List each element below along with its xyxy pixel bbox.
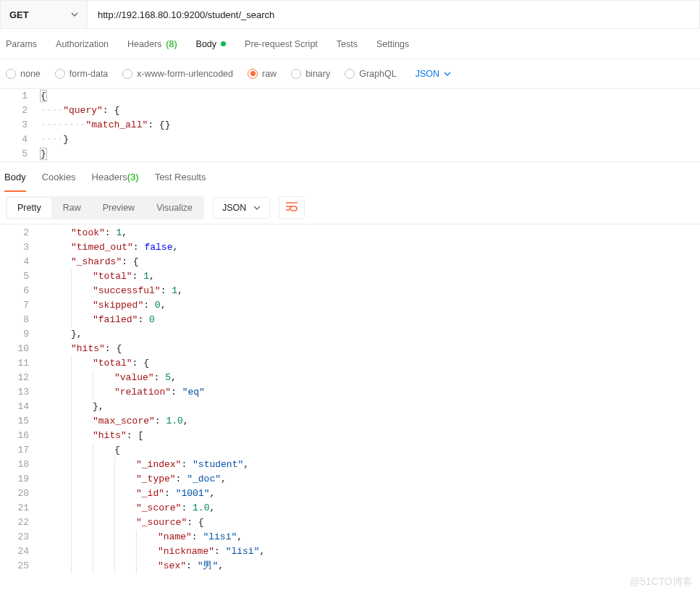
view-raw[interactable]: Raw [53,198,91,218]
code-line: 14}, [0,400,700,414]
request-body-editor[interactable]: 1{2····"query": {3········"match_all": {… [0,88,700,162]
code-line: 18"_index": "student", [0,458,700,472]
line-number: 12 [0,371,41,385]
view-pretty[interactable]: Pretty [7,198,51,218]
tab-settings[interactable]: Settings [376,29,409,59]
modified-dot-icon [221,41,226,46]
line-number: 20 [0,487,41,501]
tab-params[interactable]: Params [6,29,37,59]
code-line: 15"max_score": 1.0, [0,414,700,429]
code-content: "max_score": 1.0, [41,414,189,429]
line-number: 8 [0,313,41,327]
line-number: 6 [0,284,41,298]
code-content: { [41,443,120,458]
line-number: 22 [0,516,41,530]
code-line: 13"relation": "eq" [0,385,700,400]
response-format-selector[interactable]: JSON [213,197,270,219]
response-tabs: Body Cookies Headers (3) Test Results [0,162,700,191]
radio-icon [291,69,301,79]
code-content: "hits": [ [41,429,143,443]
code-line: 19"_type": "_doc", [0,472,700,487]
code-line: 7"skipped": 0, [0,298,700,313]
request-url-bar: GET http://192.168.80.10:9200/student/_s… [0,0,700,29]
view-visualize[interactable]: Visualize [146,198,203,218]
request-tabs: Params Authorization Headers (8) Body Pr… [0,29,700,59]
code-content: "name": "lisi", [41,530,243,544]
code-content: "nickname": "lisi", [41,544,265,559]
tab-body[interactable]: Body [196,29,227,59]
body-type-row: none form-data x-www-form-urlencoded raw… [0,59,700,88]
view-preview[interactable]: Preview [93,198,145,218]
code-content: "value": 5, [41,371,177,385]
resp-tab-cookies[interactable]: Cookies [42,162,76,191]
code-content: "took": 1, [41,226,127,240]
code-line: 24"nickname": "lisi", [0,544,700,559]
code-line: 2····"query": { [0,104,700,118]
line-number: 5 [0,147,41,161]
code-content: "hits": { [41,342,122,356]
code-line: 11"total": { [0,356,700,371]
radio-icon [55,69,65,79]
line-number: 15 [0,414,41,429]
code-line: 22"_source": { [0,516,700,530]
response-body-editor[interactable]: 2"took": 1,3"timed_out": false,4"_shards… [0,224,700,573]
http-method-selector[interactable]: GET [1,1,88,28]
code-content: "total": { [41,356,149,371]
code-line: 17{ [0,443,700,458]
tab-tests[interactable]: Tests [337,29,358,59]
code-content: "_index": "student", [41,458,249,472]
wrap-icon [285,201,298,214]
code-content: "_shards": { [41,255,139,269]
line-number: 21 [0,501,41,516]
line-number: 4 [0,255,41,269]
code-content: "sex": "男", [41,559,224,573]
chevron-down-icon [444,70,451,77]
code-line: 1{ [0,88,700,104]
line-number: 2 [0,104,41,118]
line-number: 1 [0,89,41,104]
url-input[interactable]: http://192.168.80.10:9200/student/_searc… [88,9,699,20]
radio-binary[interactable]: binary [291,69,330,79]
code-content: "relation": "eq" [41,385,205,400]
line-number: 14 [0,400,41,414]
code-content: "_type": "_doc", [41,472,227,487]
tab-authorization[interactable]: Authorization [56,29,109,59]
code-content: }, [41,400,104,414]
code-line: 3"timed_out": false, [0,240,700,255]
chevron-down-icon [253,204,261,211]
line-number: 24 [0,544,41,559]
line-number: 5 [0,269,41,284]
radio-form-data[interactable]: form-data [55,69,109,79]
line-number: 7 [0,298,41,313]
code-line: 4····} [0,133,700,147]
resp-tab-headers[interactable]: Headers (3) [92,162,139,191]
code-line: 9}, [0,327,700,342]
code-content: ········"match_all": {} [41,118,170,133]
radio-graphql[interactable]: GraphQL [345,69,396,79]
code-content: "successful": 1, [41,284,183,298]
raw-language-selector[interactable]: JSON [416,69,451,79]
line-number: 23 [0,530,41,544]
code-content: "timed_out": false, [41,240,178,255]
line-number: 4 [0,133,41,147]
radio-icon [6,69,16,79]
radio-none[interactable]: none [6,69,41,79]
chevron-down-icon [71,11,78,18]
radio-raw[interactable]: raw [248,69,277,79]
code-line: 8"failed": 0 [0,313,700,327]
tab-headers[interactable]: Headers (8) [127,29,177,59]
line-number: 3 [0,118,41,133]
tab-prerequest[interactable]: Pre-request Script [245,29,318,59]
wrap-lines-button[interactable] [279,196,305,219]
code-line: 5"total": 1, [0,269,700,284]
code-content: "_id": "1001", [41,487,215,501]
code-line: 20"_id": "1001", [0,487,700,501]
code-content: "_source": { [41,516,204,530]
line-number: 9 [0,327,41,342]
code-line: 3········"match_all": {} [0,118,700,133]
resp-tab-tests[interactable]: Test Results [155,162,206,191]
radio-xwww[interactable]: x-www-form-urlencoded [122,69,233,79]
code-content: { [41,89,46,104]
resp-tab-body[interactable]: Body [4,162,26,191]
code-content: "skipped": 0, [41,298,166,313]
